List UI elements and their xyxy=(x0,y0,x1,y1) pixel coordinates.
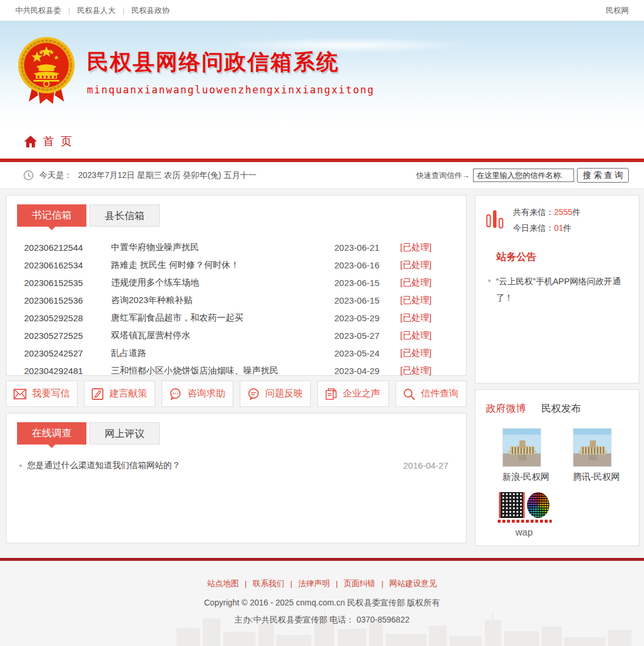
nav-home[interactable]: 首 页 xyxy=(24,134,73,149)
topbar-link-mqw[interactable]: 民权网 xyxy=(606,5,629,16)
letter-id: 202306152535 xyxy=(24,278,111,288)
letter-row[interactable]: 202304292481 三和恒都小区小烧饼饭店油烟味、噪声扰民 2023-04… xyxy=(6,362,466,379)
topbar-link[interactable]: 民权县政协 xyxy=(132,5,170,16)
letter-id: 202305292528 xyxy=(24,313,111,323)
letter-row[interactable]: 202306162534 路难走 扰民生 何时修？何时休！ 2023-06-16… xyxy=(6,256,466,274)
problem-feedback-button[interactable]: 问题反映 xyxy=(240,381,311,407)
envelope-icon xyxy=(14,389,26,399)
tab-mq-publish[interactable]: 民权发布 xyxy=(541,402,581,415)
letter-date: 2023-05-27 xyxy=(334,331,400,341)
letter-list: 202306212544 中置华府物业噪声扰民 2023-06-21 [已处理]… xyxy=(6,238,466,379)
city-skyline-decoration xyxy=(0,605,644,646)
search-query-button[interactable]: 搜 索 查 询 xyxy=(577,168,629,183)
wap-label: wap xyxy=(498,527,551,538)
survey-item: 您是通过什么渠道知道我们信箱网站的？ 2016-04-27 xyxy=(19,460,448,471)
letter-title[interactable]: 乱占道路 xyxy=(111,348,334,359)
home-icon xyxy=(24,135,38,148)
qr-code-icon xyxy=(499,492,525,518)
letter-id: 202306162534 xyxy=(24,260,111,270)
gov-weibo-card: 政府微博 民权发布 xyxy=(475,389,639,546)
footer-link[interactable]: 联系我们 xyxy=(253,579,298,588)
site-notice-heading: 站务公告 xyxy=(497,250,628,264)
tab-secretary-mailbox[interactable]: 书记信箱 xyxy=(17,204,86,227)
letter-id: 202306212544 xyxy=(24,243,111,253)
letter-query-button[interactable]: 信件查询 xyxy=(395,381,467,407)
tab-magistrate-mailbox[interactable]: 县长信箱 xyxy=(89,204,160,227)
letter-search-input[interactable] xyxy=(473,169,574,182)
letter-title[interactable]: 咨询2023年种粮补贴 xyxy=(111,295,334,306)
footer-link[interactable]: 站点地图 xyxy=(207,579,253,588)
footer: 站点地图联系我们法律声明页面纠错网站建设意见 Copyright © 2016 … xyxy=(0,561,644,646)
letter-id: 202305272525 xyxy=(24,331,111,341)
main-content: 书记信箱 县长信箱 202306212544 中置华府物业噪声扰民 2023-0… xyxy=(0,189,644,558)
letter-title[interactable]: 双塔镇瓦屋营村停水 xyxy=(111,330,334,341)
chat-feedback-icon xyxy=(247,388,260,400)
topbar-link[interactable]: 民权县人大 xyxy=(77,5,131,16)
clock-icon xyxy=(24,170,33,180)
letter-title[interactable]: 唐红军副食品超市，和农药一起买 xyxy=(111,312,334,324)
letter-title[interactable]: 违规使用多个练车场地 xyxy=(111,277,334,288)
footer-link[interactable]: 页面纠错 xyxy=(344,579,390,588)
survey-question-link[interactable]: 您是通过什么渠道知道我们信箱网站的？ xyxy=(27,460,403,471)
chat-help-icon xyxy=(169,388,182,400)
weibo-sina-label: 新浪-民权网 xyxy=(502,472,542,483)
footer-link[interactable]: 网站建设意见 xyxy=(390,579,437,588)
letter-status-badge: [已处理] xyxy=(400,242,450,253)
action-label: 建言献策 xyxy=(109,388,147,400)
bullet-square xyxy=(19,465,22,467)
action-label: 企业之声 xyxy=(343,388,380,400)
footer-link[interactable]: 法律声明 xyxy=(298,579,344,588)
tab-online-survey[interactable]: 在线调查 xyxy=(17,422,86,445)
edit-icon xyxy=(92,388,103,400)
letter-row[interactable]: 202306152536 咨询2023年种粮补贴 2023-06-15 [已处理… xyxy=(6,291,466,309)
today-label: 今天是： xyxy=(39,170,72,181)
survey-date: 2016-04-27 xyxy=(403,460,448,470)
tab-online-review[interactable]: 网上评议 xyxy=(89,422,160,445)
action-label: 咨询求助 xyxy=(187,388,225,400)
write-letter-button[interactable]: 我要写信 xyxy=(6,381,78,407)
letter-status-badge: [已处理] xyxy=(400,348,450,359)
letter-id: 202304292481 xyxy=(24,366,111,376)
mailbox-card: 书记信箱 县长信箱 202306212544 中置华府物业噪声扰民 2023-0… xyxy=(6,195,467,376)
notice-item-text: “云上民权”手机APP网络问政开通了！ xyxy=(496,273,622,307)
letter-date: 2023-06-15 xyxy=(334,278,400,288)
letter-title[interactable]: 中置华府物业噪声扰民 xyxy=(111,242,334,253)
footer-links: 站点地图联系我们法律声明页面纠错网站建设意见 xyxy=(0,578,644,589)
document-icon xyxy=(326,388,337,400)
letter-title[interactable]: 三和恒都小区小烧饼饭店油烟味、噪声扰民 xyxy=(111,365,334,376)
weibo-tencent-label: 腾讯-民权网 xyxy=(573,472,613,483)
site-subtitle-pinyin: minquanxianwangluowenzhengxinxiangxitong xyxy=(87,84,374,96)
letter-status-badge: [已处理] xyxy=(400,312,450,324)
total-letters-count: 2555 xyxy=(554,207,572,217)
letter-row[interactable]: 202305272525 双塔镇瓦屋营村停水 2023-05-27 [已处理] xyxy=(6,327,466,344)
topbar-link[interactable]: 中共民权县委 xyxy=(15,5,77,16)
building-photo-thumbnail xyxy=(573,428,612,467)
action-label: 问题反映 xyxy=(266,388,303,400)
weibo-link-sina[interactable]: 新浪-民权网 xyxy=(502,428,542,483)
letter-status-badge: [已处理] xyxy=(400,277,450,288)
letter-row[interactable]: 202306152535 违规使用多个练车场地 2023-06-15 [已处理] xyxy=(6,274,466,291)
letter-title[interactable]: 路难走 扰民生 何时修？何时休！ xyxy=(111,260,334,271)
letter-date: 2023-04-29 xyxy=(334,366,400,376)
footer-copyright: Copyright © 2016 - 2025 cnmq.com.cn 民权县委… xyxy=(0,598,644,608)
notice-item[interactable]: “云上民权”手机APP网络问政开通了！ xyxy=(488,273,622,307)
suggestions-button[interactable]: 建言献策 xyxy=(84,381,156,407)
main-nav: 首 页 xyxy=(0,124,644,159)
letter-row[interactable]: 202305242527 乱占道路 2023-05-24 [已处理] xyxy=(6,344,466,362)
letter-status-badge: [已处理] xyxy=(400,295,450,306)
total-letters-line: 共有来信：2555件 xyxy=(513,207,581,218)
tab-gov-weibo[interactable]: 政府微博 xyxy=(486,402,526,415)
cloud-decoration xyxy=(223,38,470,53)
quick-search-label: 快速查询信件→ xyxy=(416,170,469,181)
letter-row[interactable]: 202305292528 唐红军副食品超市，和农药一起买 2023-05-29 … xyxy=(6,309,466,327)
letter-row[interactable]: 202306212544 中置华府物业噪声扰民 2023-06-21 [已处理] xyxy=(6,238,466,256)
weibo-link-tencent[interactable]: 腾讯-民权网 xyxy=(573,428,613,483)
enterprise-voice-button[interactable]: 企业之声 xyxy=(317,381,389,407)
wap-qr-link[interactable]: wap xyxy=(486,492,551,538)
consult-help-button[interactable]: 咨询求助 xyxy=(162,381,233,407)
letter-date: 2023-06-16 xyxy=(334,260,400,270)
letter-date: 2023-06-21 xyxy=(334,243,400,253)
date-search-bar: 今天是： 2023年7月12日 星期三 农历 癸卯年(兔) 五月十一 快速查询信… xyxy=(0,162,644,189)
search-icon xyxy=(403,388,415,400)
qr-caption-strip xyxy=(498,520,552,523)
